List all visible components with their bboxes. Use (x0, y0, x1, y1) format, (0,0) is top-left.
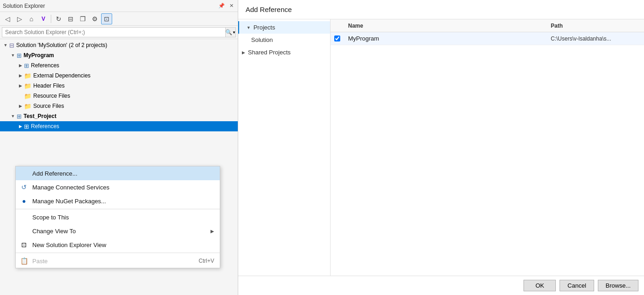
cm-scope-to-this-label: Scope to This (32, 214, 69, 221)
resource-files-label: Resource Files (33, 93, 70, 99)
references-icon: ⊞ (24, 62, 29, 69)
tree-test-references-node[interactable]: ⊞ References (0, 121, 238, 131)
cm-change-view-arrow: ▶ (211, 229, 214, 234)
ar-col-name-header[interactable]: Name (344, 23, 547, 29)
add-reference-footer: OK Cancel Browse... (238, 276, 644, 295)
ar-checkbox-myprogram[interactable] (334, 35, 340, 41)
ar-sidebar-solution[interactable]: Solution (238, 34, 330, 46)
refresh-button[interactable]: ↻ (53, 13, 64, 24)
back-icon: ◁ (5, 15, 10, 23)
pin-icon[interactable]: 📌 (217, 2, 226, 9)
home-button[interactable]: ⌂ (26, 13, 37, 24)
tree-references-node[interactable]: ⊞ References (0, 60, 238, 71)
shared-projects-expand-icon: ▶ (242, 50, 245, 55)
cm-connected-icon: ↺ (19, 183, 29, 192)
settings-icon: ⚙ (92, 15, 98, 23)
cm-scope-to-this[interactable]: Scope to This (16, 210, 220, 224)
toolbar-separator-1 (51, 15, 51, 23)
tree-header-files-node[interactable]: 📁 Header Files (0, 81, 238, 91)
cm-manage-connected[interactable]: ↺ Manage Connected Services (16, 180, 220, 194)
ext-deps-icon: 📁 (24, 72, 31, 79)
cm-nuget-icon: ● (19, 196, 29, 206)
source-files-label: Source Files (33, 103, 64, 109)
add-reference-content: Name Path MyProgram C:\Users\v-lsaldanha… (331, 19, 644, 276)
cm-new-se-label: New Solution Explorer View (32, 242, 106, 248)
tree-external-deps-node[interactable]: 📁 External Dependencies (0, 71, 238, 81)
context-menu: Add Reference... ↺ Manage Connected Serv… (15, 166, 220, 268)
test-project-label: Test_Project (24, 113, 56, 119)
ar-sidebar-projects[interactable]: ▼ Projects (238, 21, 330, 34)
browse-button[interactable]: Browse... (598, 280, 638, 291)
test-project-icon: ⊞ (17, 113, 22, 120)
ar-sidebar-shared-projects[interactable]: ▶ Shared Projects (238, 46, 330, 59)
solution-label: Solution 'MySolution' (2 of 2 projects) (16, 42, 107, 48)
se-search-bar: 🔍 ▼ (0, 26, 238, 39)
test-refs-label: References (31, 123, 59, 130)
copy-icon: ❐ (80, 15, 86, 23)
ar-solution-label: Solution (251, 36, 273, 43)
ext-deps-expand-icon (17, 73, 24, 78)
cm-add-reference[interactable]: Add Reference... (16, 166, 220, 180)
cm-add-reference-label: Add Reference... (32, 170, 78, 177)
ar-row-check-myprogram[interactable] (331, 35, 344, 41)
back-button[interactable]: ◁ (2, 13, 13, 24)
cm-paste-label: Paste (32, 258, 48, 265)
projects-expand-icon: ▼ (247, 25, 251, 30)
header-files-icon: 📁 (24, 83, 31, 89)
vs-button[interactable]: V (38, 13, 49, 24)
cm-manage-nuget[interactable]: ● Manage NuGet Packages... (16, 194, 220, 208)
settings-button[interactable]: ⚙ (89, 13, 100, 24)
ar-row-name-myprogram: MyProgram (344, 35, 547, 42)
test-project-expand-icon (9, 114, 17, 118)
cm-paste-shortcut: Ctrl+V (199, 258, 214, 264)
cm-new-se-icon: ⊡ (19, 240, 29, 249)
se-title-text: Solution Explorer (3, 3, 45, 9)
add-reference-title: Add Reference (238, 0, 644, 19)
references-label: References (31, 62, 59, 69)
se-title-bar: Solution Explorer 📌 ✕ (0, 0, 238, 12)
header-files-label: Header Files (33, 83, 65, 89)
cm-new-solution-explorer[interactable]: ⊡ New Solution Explorer View (16, 238, 220, 252)
cm-paste-icon: 📋 (19, 256, 29, 266)
new-view-button[interactable]: ⊡ (101, 13, 112, 24)
ar-row-path-myprogram: C:\Users\v-lsaldanha\s... (547, 35, 644, 42)
vs-icon: V (42, 16, 45, 22)
tree-test-project-node[interactable]: ⊞ Test_Project (0, 111, 238, 121)
cm-paste[interactable]: 📋 Paste Ctrl+V (16, 254, 220, 268)
cm-change-view-to[interactable]: Change View To ▶ (16, 224, 220, 238)
cm-separator-1 (16, 209, 220, 209)
solution-expand-icon (2, 43, 9, 47)
resource-files-icon: 📁 (24, 93, 31, 100)
cancel-button[interactable]: Cancel (560, 280, 594, 291)
add-reference-panel: Add Reference ▼ Projects Solution ▶ Shar… (238, 0, 644, 295)
test-refs-icon: ⊞ (24, 123, 29, 130)
ar-projects-label: Projects (253, 24, 275, 31)
references-expand-icon (17, 63, 24, 68)
search-input[interactable] (2, 27, 226, 37)
source-files-expand-icon (17, 104, 24, 108)
dropdown-icon: ▼ (232, 30, 236, 35)
se-toolbar: ◁ ▷ ⌂ V ↻ ⊟ ❐ ⚙ ⊡ (0, 12, 238, 26)
search-button[interactable]: 🔍 ▼ (226, 27, 236, 37)
solution-icon: ⊟ (9, 42, 14, 49)
ar-col-path-header[interactable]: Path (547, 23, 644, 29)
home-icon: ⌂ (30, 15, 33, 23)
new-view-icon: ⊡ (104, 15, 109, 23)
forward-button[interactable]: ▷ (14, 13, 25, 24)
copy-button[interactable]: ❐ (77, 13, 88, 24)
collapse-button[interactable]: ⊟ (65, 13, 76, 24)
tree-resource-files-node[interactable]: 📁 Resource Files (0, 91, 238, 101)
close-icon[interactable]: ✕ (228, 2, 235, 9)
myprogram-label: MyProgram (24, 52, 54, 59)
tree-solution-node[interactable]: ⊟ Solution 'MySolution' (2 of 2 projects… (0, 40, 238, 50)
tree-source-files-node[interactable]: 📁 Source Files (0, 101, 238, 111)
tree-myprogram-node[interactable]: ⊞ MyProgram (0, 50, 238, 60)
ar-table-row-myprogram[interactable]: MyProgram C:\Users\v-lsaldanha\s... (331, 32, 644, 45)
add-reference-sidebar: ▼ Projects Solution ▶ Shared Projects (238, 19, 331, 276)
test-refs-expand-icon (17, 124, 24, 129)
solution-explorer: Solution Explorer 📌 ✕ ◁ ▷ ⌂ V ↻ ⊟ ❐ ⚙ ⊡ … (0, 0, 238, 295)
forward-icon: ▷ (17, 15, 22, 23)
se-title-icons: 📌 ✕ (217, 2, 235, 9)
header-files-expand-icon (17, 83, 24, 88)
ok-button[interactable]: OK (524, 280, 556, 291)
